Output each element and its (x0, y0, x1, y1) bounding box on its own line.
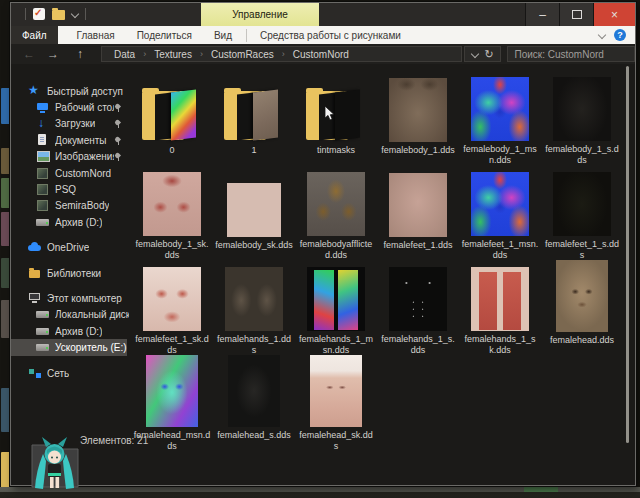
status-bar-items-count: Элементов: 21 (80, 435, 148, 446)
sidebar-item[interactable]: Загрузки (11, 116, 129, 132)
background-desktop-icon (1, 148, 10, 174)
file-item[interactable]: femalehands_1_msn.dds (295, 260, 377, 355)
folder-name: 1 (251, 145, 256, 156)
file-name: femalehead_s.dds (217, 430, 291, 441)
file-name: femalefeet_1_msn.dds (461, 239, 539, 260)
help-icon[interactable]: ? (614, 29, 626, 41)
file-item[interactable]: femalefeet_1_s.dds (541, 165, 623, 260)
file-name: femalehead.dds (550, 335, 614, 346)
file-item[interactable]: femalehands_1_sk.dds (459, 260, 541, 355)
minimize-button[interactable]: – (525, 3, 559, 26)
folder-item[interactable]: 1 (213, 70, 295, 165)
refresh-icon[interactable]: ↻ (485, 48, 494, 61)
file-item[interactable]: femalehead_sk.dds (295, 355, 377, 450)
thumbnail (471, 260, 529, 331)
file-thumbnail-image (389, 173, 447, 237)
breadcrumb-item[interactable]: Data (106, 49, 143, 60)
file-item[interactable]: femalefeet_1.dds (377, 165, 459, 260)
file-thumbnail-image (389, 78, 447, 142)
file-item[interactable]: femalefeet_1_sk.dds (131, 260, 213, 355)
folder-icon[interactable] (52, 10, 65, 20)
file-item[interactable]: femalefeet_1_msn.dds (459, 165, 541, 260)
search-input[interactable] (508, 49, 634, 60)
sidebar-item-label: Сеть (47, 368, 69, 379)
file-item[interactable]: femalehands_1_s.dds (377, 260, 459, 355)
file-menu-button[interactable]: Файл (11, 26, 58, 44)
sidebar-item-label: Ускоритель (E:) (55, 342, 127, 353)
thumbnail (471, 70, 529, 141)
drive-icon (36, 325, 50, 338)
ribbon-tab[interactable]: Вид (203, 30, 243, 41)
sidebar-item[interactable]: Изображения (11, 149, 129, 165)
sidebar-item[interactable]: Сеть (11, 365, 129, 381)
sidebar-item[interactable]: Архив (D:) (11, 323, 129, 339)
back-arrow-icon[interactable]: ← (23, 47, 35, 61)
contextual-group-tab[interactable]: Управление (201, 3, 319, 26)
sidebar-item[interactable]: Этот компьютер (11, 290, 129, 306)
file-item[interactable]: femalehead_s.dds (213, 355, 295, 450)
sidebar-item[interactable]: CustomNord (11, 165, 129, 181)
ribbon-tabs: ГлавнаяПоделитьсяВид (66, 30, 243, 41)
anime-folder-desktop-icon[interactable] (26, 433, 84, 493)
file-item[interactable]: femalehead.dds (541, 260, 623, 355)
file-item[interactable]: femalebodyafflicted.dds (295, 165, 377, 260)
navigation-sidebar: Быстрый доступРабочий столЗагрузкиДокуме… (11, 64, 129, 485)
sidebar-item[interactable]: Архив (D:) (11, 214, 129, 230)
folder-item[interactable]: 0 (131, 70, 213, 165)
ribbon-tab[interactable]: Главная (66, 30, 126, 41)
file-item[interactable]: femalebody_sk.dds (213, 165, 295, 260)
address-bar: ← → ↑ Data›Textures›CustomRaces›CustomNo… (11, 44, 635, 64)
file-thumbnail-image (389, 267, 447, 331)
chevron-down-icon[interactable] (71, 10, 79, 18)
ribbon-right-controls: ? (599, 29, 635, 41)
sidebar-item[interactable]: Библиотеки (11, 265, 129, 281)
sidebar-item-label: CustomNord (55, 168, 111, 179)
sidebar-item[interactable]: SemiraBody (11, 198, 129, 214)
ribbon-tab[interactable]: Поделиться (126, 30, 203, 41)
mouse-cursor (324, 106, 335, 125)
network-icon (28, 367, 42, 380)
vertical-scrollbar[interactable] (626, 66, 629, 443)
file-item[interactable]: femalehands_1.dds (213, 260, 295, 355)
chevron-down-icon[interactable] (471, 50, 479, 58)
close-button[interactable]: × (593, 3, 635, 26)
thumbnail (310, 355, 362, 427)
file-item[interactable]: femalebody_1_s.dds (541, 70, 623, 165)
background-desktop-icon (1, 258, 10, 288)
chevron-down-icon[interactable] (598, 31, 606, 39)
file-name: femalebody_1_s.dds (543, 144, 621, 165)
file-thumbnail-image (146, 355, 198, 427)
file-name: femalebody_1_msn.dds (461, 144, 539, 165)
navigation-buttons: ← → ↑ (11, 47, 93, 61)
file-thumbnail-image (553, 77, 611, 141)
file-name: femalefeet_1_s.dds (543, 239, 621, 260)
file-item[interactable]: femalebody_1.dds (377, 70, 459, 165)
maximize-button[interactable] (559, 3, 593, 26)
sidebar-item[interactable]: PSQ (11, 181, 129, 197)
thumbnail (471, 165, 529, 236)
sidebar-item[interactable]: Локальный диск (C (11, 307, 129, 323)
sidebar-item[interactable]: Документы (11, 132, 129, 148)
breadcrumb-item[interactable]: CustomRaces (203, 49, 282, 60)
sidebar-item[interactable]: OneDrive (11, 240, 129, 256)
forward-arrow-icon[interactable]: → (47, 47, 59, 61)
folder-item[interactable]: tintmasks (295, 70, 377, 165)
sidebar-item[interactable]: Ускоритель (E:) (11, 339, 127, 355)
star-icon (28, 85, 42, 98)
checkbox-icon[interactable] (33, 8, 45, 20)
contextual-ribbon-tab[interactable]: Средства работы с рисунками (250, 30, 411, 41)
breadcrumb-item[interactable]: Textures (146, 49, 200, 60)
file-item[interactable]: femalebody_1_sk.dds (131, 165, 213, 260)
pin-icon (114, 136, 122, 145)
sidebar-item[interactable]: Быстрый доступ (11, 83, 129, 99)
thumbnail (553, 165, 611, 236)
thumbnail (389, 165, 447, 237)
document-icon (36, 134, 50, 147)
thumbnail (146, 355, 198, 427)
up-arrow-icon[interactable]: ↑ (77, 47, 83, 61)
thumbnail (389, 70, 447, 142)
sidebar-item[interactable]: Рабочий стол (11, 99, 129, 115)
breadcrumb-item[interactable]: CustomNord (285, 49, 357, 60)
file-item[interactable]: femalebody_1_msn.dds (459, 70, 541, 165)
file-thumbnail-image (556, 260, 608, 332)
